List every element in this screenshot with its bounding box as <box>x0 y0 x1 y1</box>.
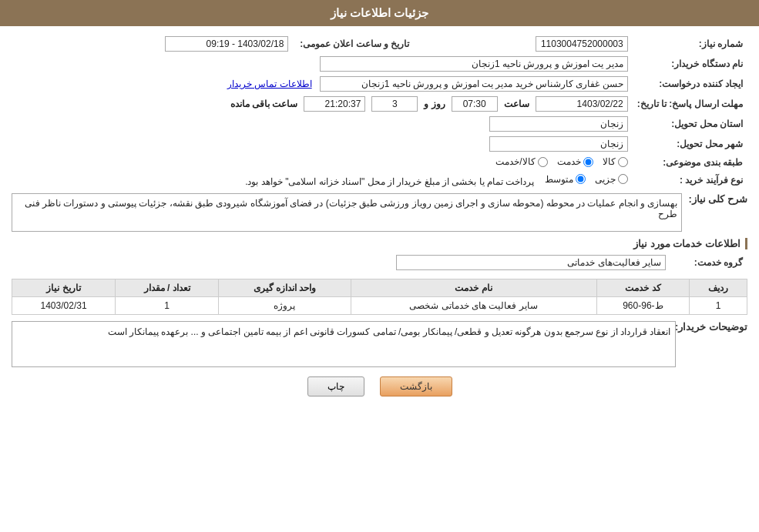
farayand-jozi-label: جزیی <box>595 174 616 185</box>
page-title: جزئیات اطلاعات نیاز <box>331 6 428 19</box>
mohlat-saat-input: 07:30 <box>452 96 498 112</box>
table-row: 1ط-96-960سایر فعالیت های خدماتی شخصیپروژ… <box>12 297 747 315</box>
farayand-jozi[interactable]: جزیی <box>595 174 628 185</box>
farayand-jozi-radio[interactable] <box>618 174 628 184</box>
tabaqe-khedmat-radio[interactable] <box>583 157 593 167</box>
page-wrapper: جزئیات اطلاعات نیاز شماره نیاز: 11030047… <box>0 0 759 532</box>
mohlat-date-input: 1403/02/22 <box>536 96 628 112</box>
sharh-textarea: بهسازی و انجام عملیات در محوطه (محوطه سا… <box>12 193 682 232</box>
shomara-value: 1103004752000003 <box>416 34 632 54</box>
col-kod: کد خدمت <box>596 279 690 297</box>
sharh-row: شرح کلی نیاز: بهسازی و انجام عملیات در م… <box>12 193 747 232</box>
farayand-motavasset-label: متوسط <box>545 174 573 185</box>
info-table-top: شماره نیاز: 1103004752000003 تاریخ و ساع… <box>12 34 747 189</box>
shomara-input: 1103004752000003 <box>536 36 628 52</box>
service-table: ردیف کد خدمت نام خدمت واحد اندازه گیری ت… <box>12 279 747 315</box>
tosih-label: توضیحات خریدار: <box>682 321 747 333</box>
shahr-label: شهر محل تحویل: <box>633 134 747 154</box>
tarikh-value: 1403/02/18 - 09:19 <box>12 34 293 54</box>
tabaqe-kala-khedmat[interactable]: کالا/خدمت <box>495 156 547 167</box>
row-shomara: شماره نیاز: 1103004752000003 تاریخ و ساع… <box>12 34 747 54</box>
farayand-radio-group: جزیی متوسط <box>545 174 628 185</box>
row-mohlat: مهلت ارسال پاسخ: تا تاریخ: 1403/02/22 سا… <box>12 94 747 114</box>
cell-nam: سایر فعالیت های خدماتی شخصی <box>351 297 596 315</box>
mohlat-value: 1403/02/22 ساعت 07:30 روز و 3 21:20:37 س… <box>12 94 633 114</box>
farayand-motavasset-radio[interactable] <box>576 174 586 184</box>
footer-buttons: بازگشت چاپ <box>12 376 747 408</box>
tabaqe-khedmat[interactable]: خدمت <box>557 156 593 167</box>
bazgasht-button[interactable]: بازگشت <box>380 376 452 396</box>
mohlat-label: مهلت ارسال پاسخ: تا تاریخ: <box>633 94 747 114</box>
mohlat-rooz-label: روز و <box>424 99 445 109</box>
ostan-label: استان محل تحویل: <box>633 114 747 134</box>
goroh-table: گروه خدمت: سایر فعالیت‌های خدماتی <box>12 253 747 273</box>
farayand-label: نوع فرآیند خرید : <box>633 172 747 189</box>
service-table-header-row: ردیف کد خدمت نام خدمت واحد اندازه گیری ت… <box>12 279 747 297</box>
tabaqe-kala-khedmat-label: کالا/خدمت <box>495 156 535 167</box>
mohlat-date-row: 1403/02/22 ساعت 07:30 روز و 3 21:20:37 س… <box>16 96 628 112</box>
shahr-input: زنجان <box>489 136 628 152</box>
cell-tedad: 1 <box>116 297 219 315</box>
ostan-input: زنجان <box>489 116 628 132</box>
mohlat-rooz-input: 3 <box>371 96 418 112</box>
tarikh-input: 1403/02/18 - 09:19 <box>165 36 288 52</box>
farayand-value: جزیی متوسط پرداخت تمام یا بخشی از مبلغ خ… <box>12 172 633 189</box>
mohlat-saat-label: ساعت <box>504 99 529 109</box>
row-ijad: ایجاد کننده درخواست: حسن غفاری کارشناس خ… <box>12 74 747 94</box>
row-ostan: استان محل تحویل: زنجان <box>12 114 747 134</box>
ijad-input: حسن غفاری کارشناس خرید مدیر یت اموزش و پ… <box>320 76 628 92</box>
sharh-label: شرح کلی نیاز: <box>688 193 747 205</box>
cell-radif: 1 <box>690 297 747 315</box>
mohlat-baqi-label: ساعت باقی مانده <box>230 99 298 109</box>
tabaqe-kala[interactable]: کالا <box>603 156 628 167</box>
dastgah-value: مدیر یت اموزش و پرورش ناحیه 1زنجان <box>12 54 633 74</box>
goroh-label: گروه خدمت: <box>670 253 747 273</box>
col-tarikh: تاریخ نیاز <box>12 279 116 297</box>
tabaqe-kala-label: کالا <box>603 156 616 167</box>
farayand-note: پرداخت تمام یا بخشی از مبلغ خریدار از مح… <box>245 176 534 186</box>
goroh-input: سایر فعالیت‌های خدماتی <box>396 255 666 270</box>
tosih-row: توضیحات خریدار: انعقاد قرارداد از نوع سر… <box>12 321 747 367</box>
goroh-value: سایر فعالیت‌های خدماتی <box>12 253 670 273</box>
goroh-row: گروه خدمت: سایر فعالیت‌های خدماتی <box>12 253 747 273</box>
col-tedad: تعداد / مقدار <box>116 279 219 297</box>
row-tabaqe: طبقه بندی موضوعی: کالا خدمت <box>12 154 747 172</box>
khidamat-info-title: اطلاعات خدمات مورد نیاز <box>12 238 747 249</box>
service-table-header: ردیف کد خدمت نام خدمت واحد اندازه گیری ت… <box>12 279 747 297</box>
col-radif: ردیف <box>690 279 747 297</box>
ijad-link[interactable]: اطلاعات تماس خریدار <box>227 79 312 89</box>
ostan-value: زنجان <box>12 114 633 134</box>
dastgah-input: مدیر یت اموزش و پرورش ناحیه 1زنجان <box>320 56 628 72</box>
farayand-motavasset[interactable]: متوسط <box>545 174 586 185</box>
col-vahed: واحد اندازه گیری <box>219 279 351 297</box>
tabaqe-khedmat-label: خدمت <box>557 156 581 167</box>
content-area: شماره نیاز: 1103004752000003 تاریخ و ساع… <box>0 26 759 416</box>
tabaqe-options: کالا خدمت کالا/خدمت <box>12 154 633 172</box>
shomara-label: شماره نیاز: <box>633 34 747 54</box>
cell-tarikh: 1403/02/31 <box>12 297 116 315</box>
ijad-value: حسن غفاری کارشناس خرید مدیر یت اموزش و پ… <box>12 74 633 94</box>
row-shahr: شهر محل تحویل: زنجان <box>12 134 747 154</box>
tarikh-label: تاریخ و ساعت اعلان عمومی: <box>293 34 416 54</box>
service-table-body: 1ط-96-960سایر فعالیت های خدماتی شخصیپروژ… <box>12 297 747 315</box>
cell-vahed: پروژه <box>219 297 351 315</box>
ijad-label: ایجاد کننده درخواست: <box>633 74 747 94</box>
row-farayand: نوع فرآیند خرید : جزیی متوسط پرداخت <box>12 172 747 189</box>
tabaqe-kala-radio[interactable] <box>618 157 628 167</box>
mohlat-baqi-input: 21:20:37 <box>304 96 365 112</box>
cell-kod: ط-96-960 <box>596 297 690 315</box>
col-nam: نام خدمت <box>351 279 596 297</box>
chap-button[interactable]: چاپ <box>307 376 364 396</box>
tabaqe-kala-khedmat-radio[interactable] <box>538 157 548 167</box>
page-header: جزئیات اطلاعات نیاز <box>0 0 759 26</box>
row-dastgah: نام دستگاه خریدار: مدیر یت اموزش و پرورش… <box>12 54 747 74</box>
tosih-textarea: انعقاد قرارداد از نوع سرجمع بدون هرگونه … <box>12 321 676 367</box>
tabaqe-label: طبقه بندی موضوعی: <box>633 154 747 172</box>
dastgah-label: نام دستگاه خریدار: <box>633 54 747 74</box>
shahr-value: زنجان <box>12 134 633 154</box>
tabaqe-radio-group: کالا خدمت کالا/خدمت <box>495 156 627 167</box>
